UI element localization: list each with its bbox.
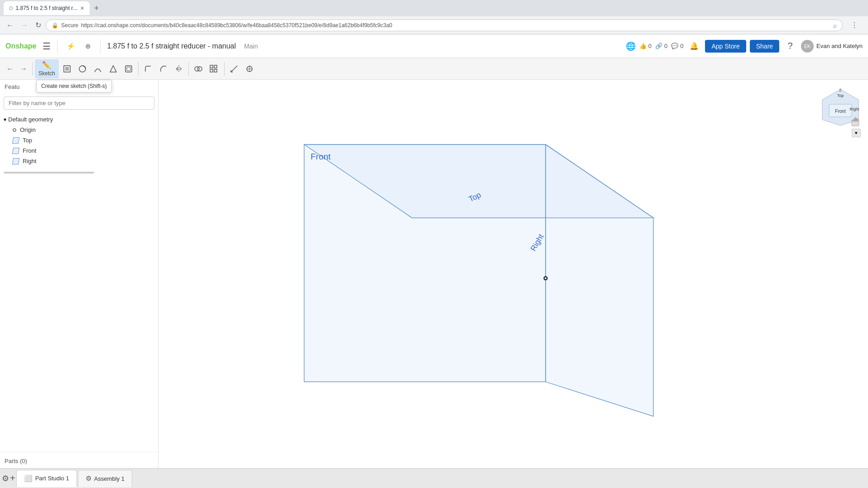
redo-button[interactable]: → bbox=[17, 63, 30, 75]
document-title: 1.875 f to 2.5 f straight reducer - manu… bbox=[107, 42, 236, 50]
forward-button[interactable]: → bbox=[18, 19, 31, 31]
likes-number: 0 bbox=[648, 43, 652, 49]
svg-text:Z: Z bbox=[839, 88, 842, 92]
nav-cube-svg: Front Top Right Z X bbox=[820, 87, 861, 128]
toolbar-sep-3 bbox=[188, 62, 189, 76]
mirror-button[interactable] bbox=[172, 60, 186, 77]
front-plane-label: Front bbox=[311, 152, 331, 161]
user-menu[interactable]: EK Evan and Katelyn bbox=[801, 40, 863, 53]
browser-chrome: O 1.875 f to 2.5 f straight r... ✕ + ← →… bbox=[0, 0, 868, 34]
secure-label: Secure bbox=[61, 22, 78, 29]
origin-icon bbox=[13, 128, 16, 132]
active-tab[interactable]: O 1.875 f to 2.5 f straight r... ✕ bbox=[4, 1, 90, 15]
assembly-icon: ⚙ bbox=[86, 474, 91, 483]
loft-button[interactable] bbox=[106, 60, 120, 77]
likes-count[interactable]: 👍 0 bbox=[639, 43, 652, 49]
filter-input[interactable] bbox=[4, 97, 154, 110]
boolean-button[interactable] bbox=[191, 60, 206, 77]
right-label: Right bbox=[23, 158, 36, 164]
svg-marker-3 bbox=[110, 66, 116, 72]
tree-item-origin[interactable]: Origin bbox=[0, 125, 158, 135]
assembly-label: Assembly 1 bbox=[94, 475, 125, 482]
tab-favicon: O bbox=[9, 5, 13, 11]
tab-assembly[interactable]: ⚙ Assembly 1 bbox=[78, 470, 132, 487]
thumbs-up-icon: 👍 bbox=[639, 43, 647, 49]
tree-item-front[interactable]: Front bbox=[0, 145, 158, 156]
notifications-button[interactable]: 🔔 bbox=[687, 40, 701, 52]
sidebar-scrollbar[interactable] bbox=[4, 172, 94, 174]
user-avatar: EK bbox=[801, 40, 814, 53]
revolve-button[interactable] bbox=[75, 60, 90, 77]
url-text: https://cad.onshape.com/documents/b40c8e… bbox=[81, 22, 392, 29]
svg-rect-5 bbox=[127, 67, 130, 71]
help-button[interactable]: ? bbox=[783, 39, 797, 53]
svg-rect-10 bbox=[214, 65, 217, 68]
origin-dot-inner bbox=[545, 277, 547, 279]
svg-text:Front: Front bbox=[835, 109, 846, 114]
address-bar[interactable]: 🔒 Secure https://cad.onshape.com/documen… bbox=[46, 19, 843, 31]
globe-button[interactable]: 🌐 bbox=[626, 41, 636, 51]
link-icon: 🔗 bbox=[655, 43, 662, 49]
view-controls: ▾ bbox=[852, 129, 861, 137]
tree-item-right[interactable]: Right bbox=[0, 156, 158, 166]
origin-label: Origin bbox=[20, 126, 36, 133]
chamfer-button[interactable] bbox=[156, 60, 171, 77]
collapse-icon: ▾ bbox=[4, 116, 6, 123]
settings-button[interactable]: ⚙ bbox=[2, 474, 9, 483]
tab-title: 1.875 f to 2.5 f straight r... bbox=[16, 5, 77, 11]
toolbar-sep-4 bbox=[224, 62, 225, 76]
add-tab-button[interactable]: + bbox=[10, 473, 15, 483]
default-geometry-group[interactable]: ▾ Default geometry bbox=[0, 114, 158, 125]
pattern-button[interactable] bbox=[206, 60, 222, 77]
onshape-logo[interactable]: Onshape bbox=[5, 42, 36, 50]
nav-cube[interactable]: Front Top Right Z X bbox=[820, 87, 861, 128]
svg-text:Top: Top bbox=[837, 93, 844, 98]
comments-count[interactable]: 💬 0 bbox=[671, 43, 683, 49]
links-count[interactable]: 🔗 0 bbox=[655, 43, 667, 49]
reload-button[interactable]: ↻ bbox=[33, 19, 44, 31]
browser-actions: ⋮ bbox=[844, 19, 864, 31]
parts-section: Parts (0) bbox=[0, 454, 158, 468]
sketch-button[interactable]: ✏️ Sketch bbox=[35, 59, 59, 78]
back-button[interactable]: ← bbox=[4, 19, 16, 31]
feature-tree: ▾ Default geometry Origin Top Front Rig bbox=[0, 112, 158, 168]
extensions-button[interactable]: ⋮ bbox=[848, 19, 861, 31]
features-label: Featu bbox=[5, 83, 19, 90]
svg-point-8 bbox=[197, 67, 202, 71]
hamburger-menu-button[interactable]: ☰ bbox=[43, 41, 51, 52]
filter-button[interactable]: ⚡ bbox=[64, 40, 78, 52]
right-plane-icon bbox=[12, 158, 19, 164]
tree-item-top[interactable]: Top bbox=[0, 135, 158, 145]
tab-bar: O 1.875 f to 2.5 f straight r... ✕ + bbox=[0, 0, 868, 16]
front-label: Front bbox=[23, 147, 36, 154]
tab-part-studio[interactable]: ⬜ Part Studio 1 bbox=[16, 470, 77, 487]
shell-button[interactable] bbox=[121, 60, 136, 77]
top-plane-icon bbox=[12, 137, 19, 144]
share-button[interactable]: Share bbox=[750, 40, 779, 53]
svg-rect-4 bbox=[125, 66, 132, 72]
mass-props-button[interactable] bbox=[242, 60, 257, 77]
header-sep-1 bbox=[57, 39, 58, 53]
extrude-button[interactable] bbox=[60, 60, 74, 77]
sketch-pencil-icon: ✏️ bbox=[42, 61, 51, 69]
viewport-svg: Front Top Right bbox=[158, 80, 868, 468]
layout-button[interactable]: ⊕ bbox=[82, 40, 94, 52]
sidebar-content-area bbox=[0, 177, 158, 450]
main-layout: Featu ▾ Default geometry Origin Top Fron… bbox=[0, 80, 868, 468]
sweep-button[interactable] bbox=[91, 60, 105, 77]
toolbar-sep-1 bbox=[32, 62, 33, 76]
measure-button[interactable] bbox=[227, 60, 241, 77]
viewport[interactable]: Front Top Right Front Top Right bbox=[158, 80, 868, 468]
fillet-button[interactable] bbox=[141, 60, 155, 77]
header-actions: 🌐 👍 0 🔗 0 💬 0 🔔 App Store Share ? EK Eva… bbox=[626, 39, 863, 53]
default-geometry-label: Default geometry bbox=[8, 116, 53, 123]
tab-close-icon[interactable]: ✕ bbox=[80, 5, 84, 11]
svg-rect-9 bbox=[210, 65, 213, 68]
view-dropdown-button[interactable]: ▾ bbox=[852, 129, 861, 137]
search-icon: ⌕ bbox=[833, 22, 837, 29]
undo-button[interactable]: ← bbox=[4, 63, 16, 75]
new-tab-button[interactable]: + bbox=[91, 4, 102, 13]
app-store-button[interactable]: App Store bbox=[705, 40, 746, 53]
comments-number: 0 bbox=[680, 43, 683, 49]
sidebar-divider bbox=[0, 452, 158, 452]
